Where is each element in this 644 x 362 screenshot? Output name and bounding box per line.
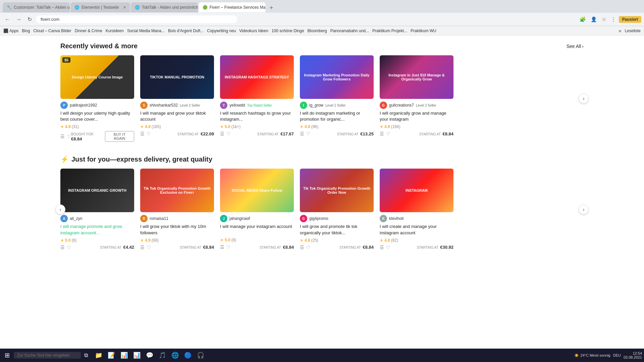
- forward-button[interactable]: →: [14, 16, 23, 23]
- card-card5[interactable]: Instagram in Just $10 Manage & Organical…: [380, 55, 453, 142]
- bookmark-button[interactable]: ☆: [600, 15, 608, 23]
- card-title[interactable]: I will research hashtags to grow your in…: [220, 110, 294, 122]
- just-for-you-next-arrow[interactable]: ›: [579, 204, 589, 215]
- card-title-link[interactable]: I will manage your instagram account: [220, 224, 292, 229]
- card-jfy5[interactable]: INSTAGRAM K klevihoti I will create and …: [380, 169, 453, 250]
- settings-button[interactable]: ⋮: [609, 15, 618, 23]
- card-jfy1[interactable]: INSTAGRAM ORGANIC GROWTH A ali_zyn I wil…: [60, 169, 134, 250]
- menu-icon[interactable]: ☰: [300, 131, 304, 136]
- card-title-link[interactable]: I will research hashtags to grow your in…: [220, 111, 291, 122]
- tab-fiverr[interactable]: 🟢 Fiverr – Freelance Services Mark... ✕: [199, 2, 266, 12]
- card-title[interactable]: I will manage promote and grow instagram…: [60, 224, 134, 236]
- see-all-link[interactable]: See All ›: [567, 44, 584, 49]
- bookmark-dinner[interactable]: Dinner & Crime: [75, 28, 102, 33]
- bookmark-socialmedia[interactable]: Social Media Mana...: [127, 28, 165, 33]
- menu-icon[interactable]: ☰: [140, 245, 145, 250]
- heart-icon[interactable]: ♡: [386, 245, 390, 250]
- card-title-link[interactable]: I will create and manage your instagram …: [380, 224, 437, 235]
- heart-icon[interactable]: ♡: [306, 245, 311, 250]
- heart-icon[interactable]: ♡: [67, 134, 71, 139]
- heart-icon[interactable]: ♡: [147, 131, 151, 136]
- buy-again-button[interactable]: BUY IT AGAIN: [105, 131, 134, 142]
- menu-icon[interactable]: ☰: [380, 245, 384, 250]
- tab-tobitalk[interactable]: 🌐 TobiTalk - Aktien und persönlich... ✕: [131, 2, 198, 12]
- address-bar[interactable]: [36, 15, 237, 23]
- card-title-link[interactable]: I will grow your tiktok with my 10m foll…: [140, 224, 206, 235]
- card-title[interactable]: I will manage and grow your tiktok accou…: [140, 110, 214, 122]
- seller-name[interactable]: klevihoti: [389, 216, 404, 221]
- bookmark-praktikum1[interactable]: Praktikum Projekt...: [372, 28, 407, 33]
- seller-name[interactable]: ig_grow: [309, 103, 323, 108]
- card-title-link[interactable]: I will organically grow and manage your …: [380, 111, 446, 122]
- menu-icon[interactable]: ☰: [140, 131, 145, 136]
- card-jfy4[interactable]: Tik Tok Organically Promotion Growth Ord…: [300, 169, 374, 250]
- bookmark-panorama[interactable]: Panoramabahn und...: [330, 28, 369, 33]
- pause-button[interactable]: Pausiert: [619, 16, 641, 23]
- card-title[interactable]: I will grow your tiktok with my 10m foll…: [140, 224, 214, 236]
- star-icon: ★: [300, 238, 304, 243]
- card-title-link[interactable]: I will manage and grow your tiktok accou…: [140, 111, 206, 122]
- bookmark-blog[interactable]: Blog: [22, 28, 30, 33]
- card-title[interactable]: I will design your udemy high quality be…: [60, 110, 134, 122]
- extensions-button[interactable]: 🧩: [578, 15, 588, 23]
- card-jfy2[interactable]: Tik Tok Organically Promotion Growth Exc…: [140, 169, 214, 250]
- seller-level-badge: Level 2 Seller: [325, 104, 346, 107]
- heart-icon[interactable]: ♡: [147, 245, 151, 250]
- refresh-button[interactable]: ↻: [25, 15, 34, 23]
- seller-name[interactable]: yellowdd: [229, 103, 245, 108]
- card-title-link[interactable]: I will do instagram marketing or promoti…: [300, 111, 360, 122]
- card-title[interactable]: I will manage your instagram account: [220, 224, 294, 236]
- bookmark-praktikumwu[interactable]: Praktikum WU: [411, 28, 436, 33]
- recently-viewed-next-arrow[interactable]: ›: [579, 94, 589, 104]
- seller-name[interactable]: gig4promo: [309, 216, 328, 221]
- card-title[interactable]: I will grow and promote tik tok organica…: [300, 224, 374, 236]
- card-title-link[interactable]: I will design your udemy high quality be…: [60, 111, 130, 122]
- card-title-link[interactable]: I will manage promote and grow instagram…: [60, 224, 122, 235]
- menu-icon[interactable]: ☰: [380, 131, 384, 136]
- bookmarks-more-icon[interactable]: »: [619, 28, 622, 34]
- card-card2[interactable]: TIKTOK MANUAL PROMOTION S shivshankar532…: [140, 55, 214, 142]
- heart-icon[interactable]: ♡: [226, 131, 231, 136]
- back-button[interactable]: ←: [3, 16, 12, 23]
- card-card4[interactable]: Instagram Marketing Promotion Daily Grow…: [300, 55, 374, 142]
- bookmark-100dinge[interactable]: 100 schöne Dinge: [272, 28, 304, 33]
- card-card1[interactable]: Design Udemy Course Image $5 P patilraje…: [60, 55, 134, 142]
- new-tab-button[interactable]: ＋: [266, 3, 276, 11]
- heart-icon[interactable]: ♡: [226, 244, 231, 250]
- card-card3[interactable]: INSTAGRAM HASHTAGS STRATEGY Y yellowdd T…: [220, 55, 294, 142]
- rating-value: 5.0: [225, 124, 230, 129]
- heart-icon[interactable]: ♡: [67, 245, 71, 250]
- card-title[interactable]: I will organically grow and manage your …: [380, 110, 453, 122]
- card-title[interactable]: I will do instagram marketing or promoti…: [300, 110, 374, 122]
- reading-list-button[interactable]: Leseliste: [625, 28, 641, 33]
- heart-icon[interactable]: ♡: [306, 131, 311, 136]
- seller-name[interactable]: ali_zyn: [70, 216, 82, 221]
- just-for-you-prev-arrow[interactable]: ‹: [55, 204, 65, 215]
- seller-name[interactable]: jahangirasif: [229, 216, 250, 221]
- seller-name[interactable]: gullcreations7: [389, 103, 414, 108]
- card-title-link[interactable]: I will grow and promote tik tok organica…: [300, 224, 357, 235]
- starting-at-label: STARTING AT: [180, 246, 201, 249]
- bookmark-copywriting[interactable]: Copywriting neu: [207, 28, 236, 33]
- menu-icon[interactable]: ☰: [60, 245, 65, 250]
- seller-name[interactable]: shivshankar532: [150, 103, 178, 108]
- bookmark-apps[interactable]: ⬛ Apps: [3, 28, 18, 33]
- bookmark-canva[interactable]: Cloud – Canva Bilder: [33, 28, 71, 33]
- seller-name[interactable]: patilrajesh1992: [70, 103, 97, 108]
- menu-icon[interactable]: ☰: [220, 244, 224, 250]
- card-title[interactable]: I will create and manage your instagram …: [380, 224, 453, 236]
- tab-customizer[interactable]: 🔧 Customizer: TobiTalk – Aktien un... ✕: [3, 2, 70, 12]
- bookmark-videokurs[interactable]: Videokurs Ideen: [239, 28, 268, 33]
- bookmark-bloomberg[interactable]: Bloomberg: [308, 28, 327, 33]
- heart-icon[interactable]: ♡: [386, 131, 390, 136]
- card-jfy3[interactable]: SOCIAL MEDIA Share Follow J jahangirasif…: [220, 169, 294, 250]
- menu-icon[interactable]: ☰: [60, 134, 65, 139]
- profile-button[interactable]: 👤: [589, 15, 599, 23]
- close-tab-icon[interactable]: ✕: [123, 5, 126, 10]
- menu-icon[interactable]: ☰: [220, 131, 224, 136]
- bookmark-bois[interactable]: Bois d'Argent Duft...: [168, 28, 204, 33]
- seller-name[interactable]: romaisa11: [150, 216, 168, 221]
- tab-elementor[interactable]: 🌐 Elementor | Testseite ✕: [70, 2, 130, 12]
- menu-icon[interactable]: ☰: [300, 245, 304, 250]
- bookmark-kursideen[interactable]: Kursideen: [106, 28, 124, 33]
